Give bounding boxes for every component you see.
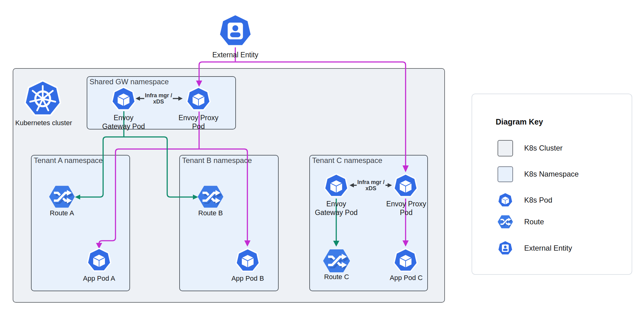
app-pod-c-label: App Pod C bbox=[390, 274, 423, 282]
route-c-icon bbox=[323, 247, 350, 274]
tenantc-envoy-gateway-pod-label: Envoy Gateway Pod bbox=[315, 200, 358, 217]
key-namespace-label: K8s Namespace bbox=[524, 170, 579, 178]
tenantc-envoy-proxy-pod-label: Envoy Proxy Pod bbox=[386, 200, 426, 217]
tenantc-envoy-proxy-pod-icon bbox=[393, 173, 418, 198]
shared-envoy-gateway-pod-label: Envoy Gateway Pod bbox=[102, 114, 145, 131]
key-route-label: Route bbox=[524, 217, 544, 226]
key-route-icon bbox=[498, 214, 513, 230]
key-external-entity-label: External Entity bbox=[524, 244, 572, 252]
app-pod-c-icon bbox=[393, 248, 418, 273]
route-a-label: Route A bbox=[50, 209, 74, 217]
tenantc-envoy-gateway-pod-icon bbox=[324, 173, 349, 198]
tenant-c-namespace-title: Tenant C namespace bbox=[312, 156, 382, 165]
tenant-b-namespace-title: Tenant B namespace bbox=[182, 156, 252, 165]
app-pod-a-label: App Pod A bbox=[83, 274, 115, 283]
app-pod-a-icon bbox=[87, 248, 111, 273]
kubernetes-cluster-icon bbox=[24, 80, 62, 118]
shared-envoy-gateway-pod-icon bbox=[111, 87, 136, 112]
key-namespace-swatch bbox=[498, 166, 513, 182]
shared-envoy-proxy-pod-icon bbox=[186, 87, 211, 112]
route-a-icon bbox=[49, 184, 75, 210]
kubernetes-cluster-label: Kubernetes cluster bbox=[15, 119, 72, 127]
key-cluster-label: K8s Cluster bbox=[524, 144, 563, 152]
key-cluster-swatch bbox=[498, 140, 513, 156]
diagram-canvas: External Entity Kubernetes cluster Share… bbox=[0, 0, 644, 316]
app-pod-b-label: App Pod B bbox=[231, 274, 264, 283]
shared-envoy-proxy-pod-label: Envoy Proxy Pod bbox=[178, 114, 218, 131]
diagram-key-title: Diagram Key bbox=[496, 117, 543, 126]
route-b-icon bbox=[198, 184, 224, 210]
tenant-b-namespace-box bbox=[179, 155, 279, 291]
app-pod-b-icon bbox=[235, 248, 260, 273]
shared-gw-namespace-title: Shared GW namespace bbox=[89, 77, 169, 86]
external-entity-label: External Entity bbox=[212, 51, 258, 59]
tenantc-infra-xds-label: Infra mgr / xDS bbox=[357, 179, 385, 192]
route-b-label: Route B bbox=[198, 209, 223, 217]
key-external-entity-icon bbox=[498, 240, 513, 256]
tenant-a-namespace-box bbox=[31, 155, 130, 291]
shared-infra-xds-label: Infra mgr / xDS bbox=[145, 93, 172, 105]
key-pod-label: K8s Pod bbox=[524, 196, 552, 204]
external-entity-icon bbox=[218, 14, 253, 48]
key-pod-icon bbox=[498, 192, 513, 208]
route-c-label: Route C bbox=[324, 273, 349, 281]
tenant-a-namespace-title: Tenant A namespace bbox=[34, 156, 103, 165]
